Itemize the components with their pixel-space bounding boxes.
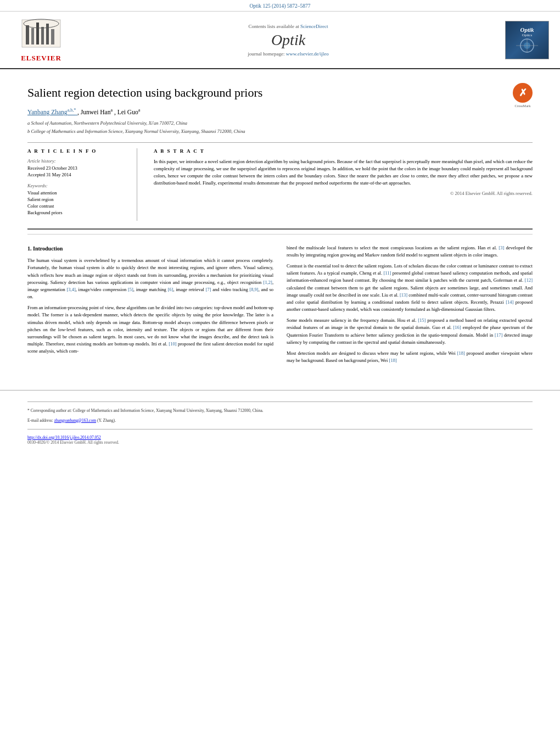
journal-name: Optik bbox=[71, 31, 505, 49]
affil-a: a School of Automation, Northwestern Pol… bbox=[27, 120, 533, 127]
svg-rect-6 bbox=[51, 29, 54, 44]
article-body: Salient region detection using backgroun… bbox=[0, 69, 560, 379]
ref-3[interactable]: [3] bbox=[499, 245, 504, 250]
authors-line: Yanbang Zhanga,b,* , Junwei Hana , Lei G… bbox=[27, 108, 533, 115]
divider-thick bbox=[27, 228, 533, 230]
ref-17[interactable]: [17] bbox=[495, 332, 502, 338]
abstract-text: In this paper, we introduce a novel sali… bbox=[154, 158, 533, 186]
svg-rect-1 bbox=[26, 25, 29, 44]
footnote-star: * Corresponding author at: College of Ma… bbox=[27, 408, 264, 413]
received-text: Received 23 October 2013 bbox=[27, 165, 77, 171]
ref-11[interactable]: [11] bbox=[383, 270, 391, 276]
journal-header: ELSEVIER Contents lists available at Sci… bbox=[0, 12, 560, 69]
ref-14[interactable]: [14] bbox=[506, 299, 513, 305]
body-right-para1: bined the multiscale local features to s… bbox=[287, 244, 533, 259]
elsevier-tree-icon bbox=[19, 17, 63, 53]
svg-rect-4 bbox=[41, 27, 44, 44]
sciencedirect-anchor[interactable]: ScienceDirect bbox=[300, 24, 328, 29]
author2-sup: a bbox=[110, 108, 113, 113]
email-suffix: (Y. Zhang). bbox=[97, 418, 116, 423]
body-right-para4: Most detection models are designed to di… bbox=[287, 350, 533, 364]
optik-cover-subtitle: Optics bbox=[522, 33, 532, 37]
svg-rect-2 bbox=[31, 28, 34, 44]
body-para1: The human visual system is overwhelmed b… bbox=[27, 257, 273, 300]
journal-homepage: journal homepage: www.elsevier.de/ijleo bbox=[71, 51, 505, 57]
homepage-link[interactable]: www.elsevier.de/ijleo bbox=[286, 51, 329, 57]
title-row: Salient region detection using backgroun… bbox=[27, 80, 533, 108]
author1-name: Yanbang Zhang bbox=[27, 109, 68, 115]
body-col-right: bined the multiscale local features to s… bbox=[287, 244, 533, 369]
author3-name: , Lei Guo bbox=[114, 109, 138, 115]
body-columns: 1. Introduction The human visual system … bbox=[27, 244, 533, 369]
divider-thin bbox=[27, 234, 533, 235]
optik-cover-image: Optik Optics bbox=[505, 21, 549, 59]
author1-link[interactable]: Yanbang Zhanga,b,* bbox=[27, 109, 77, 115]
ref-3-4[interactable]: [3,4] bbox=[66, 287, 75, 292]
ref-15[interactable]: [15] bbox=[418, 317, 425, 323]
keyword3: Color contrast bbox=[27, 203, 54, 209]
accepted-text: Accepted 31 May 2014 bbox=[27, 172, 71, 177]
body-right-para2: Contrast is the essential tool to detect… bbox=[287, 263, 533, 313]
body-right-para3: Some models measure saliency in the freq… bbox=[287, 317, 533, 346]
ref-12[interactable]: [12] bbox=[525, 277, 533, 283]
affil-b: b College of Mathematics and Information… bbox=[27, 128, 533, 135]
keyword2: Salient region bbox=[27, 197, 53, 202]
crossmark-icon: ✗ bbox=[513, 83, 533, 103]
ref-18b[interactable]: [18] bbox=[389, 358, 397, 363]
homepage-text: journal homepage: bbox=[248, 51, 284, 57]
crossmark-label: CrossMark bbox=[513, 104, 533, 108]
body-col-left: 1. Introduction The human visual system … bbox=[27, 244, 273, 369]
top-bar: Optik 125 (2014) 5872–5877 bbox=[0, 0, 560, 12]
email-link[interactable]: zhangyanbang@163.com bbox=[54, 418, 96, 423]
footnote-corresponding: * Corresponding author at: College of Ma… bbox=[27, 408, 533, 414]
ref-1-2[interactable]: [1,2] bbox=[264, 280, 272, 285]
optik-cover-title: Optik bbox=[520, 26, 534, 33]
article-info-heading: A R T I C L E I N F O bbox=[27, 148, 126, 154]
ref-7[interactable]: [7] bbox=[206, 287, 211, 292]
svg-rect-5 bbox=[46, 24, 49, 44]
footer-divider bbox=[27, 401, 533, 402]
keyword4: Background priors bbox=[27, 210, 63, 215]
svg-rect-3 bbox=[36, 23, 39, 44]
elsevier-brand: ELSEVIER bbox=[21, 54, 61, 63]
ref-13[interactable]: [13] bbox=[400, 292, 407, 298]
keywords-label: Keywords: bbox=[27, 183, 126, 188]
and-word: and bbox=[261, 287, 267, 292]
abstract-panel: A B S T R A C T In this paper, we introd… bbox=[154, 148, 533, 220]
author3-sup: a bbox=[138, 108, 141, 113]
abstract-copyright: © 2014 Elsevier GmbH. All rights reserve… bbox=[154, 191, 533, 196]
ref-16[interactable]: [16] bbox=[453, 325, 461, 330]
ref-6[interactable]: [6] bbox=[167, 287, 173, 292]
divider-1 bbox=[27, 142, 533, 143]
info-abstract-columns: A R T I C L E I N F O Article history: R… bbox=[27, 148, 533, 220]
ref-8-9[interactable]: [8,9] bbox=[249, 287, 258, 292]
keywords-list: Visual attention Salient region Color co… bbox=[27, 190, 126, 216]
footer-divider2 bbox=[27, 429, 533, 429]
journal-center: Contents lists available at ScienceDirec… bbox=[71, 24, 505, 57]
abstract-heading: A B S T R A C T bbox=[154, 148, 533, 154]
history-received: Received 23 October 2013 Accepted 31 May… bbox=[27, 165, 126, 178]
author2-name: , Junwei Han bbox=[77, 109, 110, 115]
footer-rights: 0030-4026/© 2014 Elsevier GmbH. All righ… bbox=[27, 440, 533, 445]
article-info-panel: A R T I C L E I N F O Article history: R… bbox=[27, 148, 137, 220]
ref-5[interactable]: [5] bbox=[128, 287, 133, 292]
body-para2: From an information-processing point of … bbox=[27, 304, 273, 355]
keyword1: Visual attention bbox=[27, 190, 57, 196]
journal-citation: Optik 125 (2014) 5872–5877 bbox=[249, 3, 310, 9]
footer: * Corresponding author at: College of Ma… bbox=[0, 390, 560, 450]
email-label: E-mail address: bbox=[27, 418, 53, 423]
author1-sup: a,b,* bbox=[68, 108, 76, 113]
ref-10[interactable]: [10] bbox=[169, 341, 176, 347]
ref-18a[interactable]: [18] bbox=[457, 350, 465, 356]
footnote-email: E-mail address: zhangyanbang@163.com (Y.… bbox=[27, 417, 533, 423]
affiliations: a School of Automation, Northwestern Pol… bbox=[27, 120, 533, 135]
doi-link: http://dx.doi.org/10.1016/j.ijleo.2014.0… bbox=[27, 435, 533, 440]
section1-heading: 1. Introduction bbox=[27, 244, 273, 253]
article-title: Salient region detection using backgroun… bbox=[27, 86, 262, 100]
elsevier-logo: ELSEVIER bbox=[11, 17, 71, 63]
doi-anchor[interactable]: http://dx.doi.org/10.1016/j.ijleo.2014.0… bbox=[27, 435, 101, 440]
history-label: Article history: bbox=[27, 158, 126, 164]
crossmark-badge: ✗ CrossMark bbox=[513, 83, 533, 108]
page: Optik 125 (2014) 5872–5877 ELSEVIER bbox=[0, 0, 560, 742]
contents-text: Contents lists available at bbox=[249, 24, 299, 29]
